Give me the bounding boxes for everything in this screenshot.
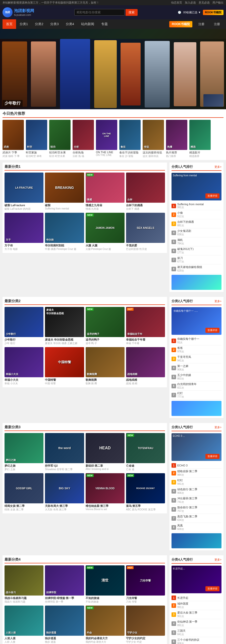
cat2-poster-1: 麦道夫华尔街吸金恶棍 — [45, 307, 84, 337]
cat1-movie-4[interactable]: 方子 方子传 方子传 电影 — [5, 213, 43, 251]
rank-info-2: 台杯下的偶遇 881次 — [177, 220, 221, 227]
hot-movie-4[interactable]: ON THE LINE ON THE LINE ON THE LINE — [96, 120, 117, 158]
search-input[interactable] — [74, 9, 125, 16]
cat4-rank-btn[interactable]: 首播评排 — [205, 586, 219, 591]
cat1-movie-sub-3: 台杯下 偶遇 — [126, 207, 165, 211]
cat2-title: 最新分类2 — [5, 299, 165, 305]
rank-info-1: 小偷 912次 — [177, 211, 221, 218]
top-link-dynamic[interactable]: 动态首页 — [171, 1, 182, 4]
top-link-user[interactable]: 用户输出 — [212, 1, 223, 4]
nav-cat2[interactable]: 分类2 — [31, 19, 47, 29]
nav-cat4[interactable]: 分类4 — [62, 19, 78, 29]
cat4-movie-5[interactable]: 独步逍遥 独步逍遥 独步 逍遥 — [45, 606, 84, 644]
hot-movie-extra[interactable]: 热播 热片推荐 热门推荐 — [166, 120, 187, 158]
cat4-poster-4: 人前人後 — [5, 606, 43, 636]
top-link-join[interactable]: 加入必选 — [185, 1, 196, 4]
cat4-rank-more[interactable]: 更多> — [214, 558, 221, 562]
rank-info-6: 拔刀 677次 — [177, 256, 221, 263]
cat4-poster-7: 守护少女 — [126, 606, 165, 636]
cat2-rank-more[interactable]: 更多> — [214, 299, 221, 303]
cat1-movie-7[interactable]: SEX ANGELS 不觉的爱 巴达利亚那·性天使 — [126, 213, 165, 251]
cat2-movie-2[interactable]: NEW 追寻的鸭子 追寻的鸭子 追寻 鸭·子 — [86, 307, 125, 345]
cat1-movie-3[interactable]: 台杯 台杯下的偶遇 台杯下 偶遇 — [126, 173, 165, 211]
cat3-rank-more[interactable]: 更多> — [214, 425, 221, 429]
cat1-movie-2[interactable]: NEW 情感 情感之九寺庙 情感 九寺庙 — [86, 173, 125, 211]
nav-home[interactable]: 首页 — [3, 19, 16, 29]
cat1-rank-more[interactable]: 更多> — [214, 165, 221, 169]
cat4-movie-0[interactable]: 战斗练习 我战斗练就和习题 我战斗 练就和习题 — [5, 565, 43, 604]
cat4-movie-1[interactable]: 丝绸学院 丝绸学院·绯情篇·第一季 丝绸学院 第一季 — [45, 565, 84, 604]
cat3-movie-5[interactable]: BIG SKY 天际布局大·第三季 大天际 布局 第三季 — [45, 473, 84, 511]
top-link-opinion[interactable]: 意见必选 — [199, 1, 210, 4]
cat3-movie-3[interactable]: NEW TOTENFRAU 亡命途 亡命 途 — [126, 433, 165, 471]
cat1-rank-btn[interactable]: 首播评排 — [205, 193, 219, 198]
cat3-row2: GOSSIP GIRL 绯闻女孩·第二季 绯闻 女孩 第二季 BIG SKY 天… — [5, 473, 165, 511]
cat2-movie-1[interactable]: 麦道夫华尔街吸金恶棍 麦道夫 华尔街吸金恶棍 麦道夫 华尔街·偶遇 之媚之媚 — [45, 307, 84, 345]
nav-register2[interactable]: 注册 — [210, 20, 223, 29]
cat1-section: 最新分类1 LA FRACTURE 破裂 LaFracture 破裂 LaFra… — [0, 163, 226, 297]
cat2-movie-4[interactable]: 幸福小大夫 幸福小大夫 幸福 小大夫 — [5, 347, 43, 385]
cat2-row1: 少年歌行 少年歌行 少年 歌行 麦道夫华尔街吸金恶棍 麦道夫 华尔街吸金恶棍 麦… — [5, 307, 165, 345]
cat3-movie-7[interactable]: NEW ROOKIE 2523067 菜鸟·第五季 ABC 菜鸟 ROOKIE … — [126, 473, 165, 511]
cat2-rank-btn[interactable]: 首播评排 — [205, 328, 219, 333]
hot-poster-extra: 热播 — [166, 120, 187, 150]
hot-movie-5[interactable]: 食在 食在于沙的冒险 食在 沙·冒险 — [119, 120, 141, 158]
hot-movie-3[interactable]: 分析 分析热场 分析 热·场 — [73, 120, 94, 158]
cat1-movie-title-6: 火腿 火腿 — [86, 244, 125, 247]
cat3-movie-1[interactable]: the word 控学军·Q2 Showtime 控学军·第二季 — [45, 433, 84, 471]
banner-char-4 — [94, 40, 117, 108]
cat3-rank-btn[interactable]: 首播评排 — [205, 454, 219, 459]
cat2-movie-3[interactable]: HOT 幸福站在千年 幸福站在千年看 幸福 千年看 — [126, 307, 165, 345]
cat4-movie-2[interactable]: NEW 清世 不知的旅途 不知 的旅途 — [86, 565, 125, 604]
cat3-movie-6[interactable]: NEW VIENNA BLOOD 维也纳血案·第三季 Vienna Blood … — [86, 473, 125, 511]
hot-movie-1[interactable]: 时空 时空家族 轻功时空 神奇 — [26, 120, 47, 158]
hot-sub-3: 分析 热·场 — [73, 154, 94, 158]
cat2-movie-5[interactable]: 中国特警 中国特警 中国 特警 — [45, 347, 84, 385]
cat1-movie-6[interactable]: NEW JAMON JAMON 火腿 火腿 火腿 Penelope Cruz 篇 — [86, 213, 125, 251]
cat2-movie-6[interactable]: 歌舞闹腾 歌舞闹腾 歌舞 闹·腾 — [86, 347, 125, 385]
cat1-movie-title-1: 破裂 — [45, 203, 84, 207]
search-button[interactable]: 搜索 — [126, 9, 138, 16]
vip-nav-btn[interactable]: ROOK书籍院 — [169, 21, 192, 27]
cat4-poster-6: NEW 约会 — [86, 606, 125, 636]
cat4-row2: 人前人後 人前人後 人前 人後 独步逍遥 独步逍遥 独步 逍遥 NEW 约会 — [5, 606, 165, 644]
cat1-movie-title-5: 华尔街疯时刻组 — [45, 244, 84, 247]
hot-movie-2[interactable]: 轻功 轻功时空水果 轻功 时空水果 — [49, 120, 71, 158]
cat1-movie-0[interactable]: LA FRACTURE 破裂 LaFracture 破裂 LaFracture … — [5, 173, 43, 211]
cat3-rank-gradient — [172, 533, 221, 548]
rank-info-5: 破鬼2012(下) 177次 — [177, 247, 221, 254]
cat4-movies-box: 最新分类4 战斗练习 我战斗练就和习题 我战斗 练就和习题 丝绸学院 丝绸学院·… — [3, 555, 167, 644]
cat4-movie-6[interactable]: NEW 约会 我的约会请坐大方 我的约会 请坐大方 — [86, 606, 125, 644]
nav-cat3[interactable]: 分类3 — [47, 19, 62, 29]
cat4-movie-3[interactable]: HOT 刀光夺誓 刀光夺誓 刀光 夺誓 — [126, 565, 165, 604]
cat1-rank-title: 分类1人气排行 更多> — [172, 165, 221, 171]
cat1-left: 最新分类1 LA FRACTURE 破裂 LaFracture 破裂 LaFra… — [3, 163, 167, 294]
cat2-rank-item-2: 3 千里寻芳风 941次 — [172, 354, 221, 363]
nav-news[interactable]: 站内新闻 — [78, 19, 98, 29]
nav-register1[interactable]: 注册 — [195, 20, 208, 29]
cat3-movie-2[interactable]: HEAD 新组织·第二章 After breaking and si — [86, 433, 125, 471]
cat4-poster-2: NEW 清世 — [86, 565, 125, 596]
rank-info-7: 谢天谢地你嫁给我组 629次 — [177, 265, 221, 273]
cat3-movie-0[interactable]: 梦幻之旅 梦幻之旅 梦幻 之旅 — [5, 433, 43, 471]
cat2-movie-7[interactable]: 战地戏精 战地戏精 战地 戏·精 — [126, 347, 165, 385]
hot-movie-6[interactable]: 传说 这次的接班传说 这次 接班传说 — [143, 120, 164, 158]
cat1-row2: 方子 方子传 方子传 电影 华尔街 华尔街疯时刻组 中册·偶遇 Penelope… — [5, 213, 165, 251]
logo-url: tv.puatuan.com — [14, 14, 34, 16]
cat1-movie-5[interactable]: 华尔街 华尔街疯时刻组 中册·偶遇 Penelope Cruz 篇 — [45, 213, 84, 251]
cat4-movie-4[interactable]: 人前人後 人前人後 人前 人後 — [5, 606, 43, 644]
nav-special[interactable]: 专题 — [98, 19, 111, 29]
banner-thumbnail — [203, 94, 223, 107]
cat3-movie-4[interactable]: GOSSIP GIRL 绯闻女孩·第二季 绯闻 女孩 第二季 — [5, 473, 43, 511]
cat1-rank-item-7: 8 谢天谢地你嫁给我组 629次 — [172, 264, 221, 274]
nav-cat1[interactable]: 分类1 — [16, 19, 31, 29]
cat2-movie-0[interactable]: 少年歌行 少年歌行 少年 歌行 — [5, 307, 43, 345]
logo-texts: 泡团影视网 tv.puatuan.com — [14, 8, 34, 16]
hot-movie-extra2[interactable]: 精选 精选影片 精选推荐 — [189, 120, 211, 158]
hot-movie-0[interactable]: 武侠 武侠片·下季 武侠 独特 下·季 — [3, 120, 24, 158]
vip-button[interactable]: ROOK书籍院 — [203, 10, 223, 15]
cat4-rank-featured: 长进升起... 首播评排 — [172, 566, 221, 593]
cat4-movie-7[interactable]: 守护少女 守护少女的约定 守护少女 约定 — [126, 606, 165, 644]
cat1-movie-1[interactable]: BREAKING 破裂 Suffering from mental — [45, 173, 84, 211]
search-bar: 搜索 — [74, 9, 138, 16]
